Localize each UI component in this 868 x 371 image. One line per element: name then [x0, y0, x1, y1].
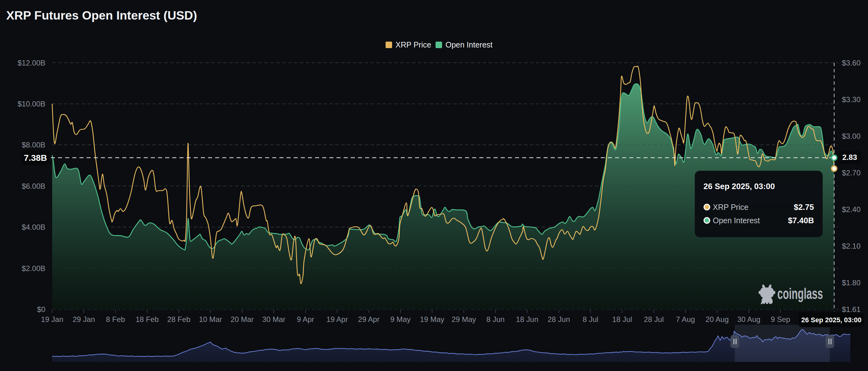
svg-text:Open Interest: Open Interest — [445, 40, 493, 49]
svg-text:20 Aug: 20 Aug — [706, 315, 729, 323]
svg-text:8 Feb: 8 Feb — [106, 315, 125, 323]
svg-text:$0: $0 — [37, 305, 45, 314]
svg-text:26 Sep 2025, 03:00: 26 Sep 2025, 03:00 — [704, 182, 775, 191]
svg-text:28 Jun: 28 Jun — [548, 315, 570, 323]
svg-text:8 Jul: 8 Jul — [583, 315, 598, 323]
svg-text:$8.00B: $8.00B — [22, 141, 45, 149]
svg-text:9 Sep: 9 Sep — [771, 315, 790, 323]
svg-text:XRP Price: XRP Price — [396, 40, 431, 49]
svg-text:7.38B: 7.38B — [24, 153, 47, 163]
svg-text:$4.00B: $4.00B — [22, 223, 45, 231]
svg-text:$1.61: $1.61 — [842, 305, 861, 314]
svg-text:$2.10: $2.10 — [842, 242, 861, 250]
svg-text:$2.70: $2.70 — [842, 168, 861, 177]
svg-text:19 Apr: 19 Apr — [326, 315, 348, 323]
svg-text:$7.40B: $7.40B — [788, 216, 814, 225]
svg-text:$3.30: $3.30 — [842, 95, 861, 104]
svg-text:8 Jun: 8 Jun — [487, 315, 505, 323]
svg-text:18 Jun: 18 Jun — [516, 315, 538, 323]
svg-text:9 Apr: 9 Apr — [297, 315, 314, 323]
svg-text:10 Mar: 10 Mar — [199, 315, 222, 323]
svg-text:28 Jul: 28 Jul — [644, 315, 664, 323]
svg-text:$2.00B: $2.00B — [22, 264, 45, 273]
svg-text:26 Sep 2025, 03:00: 26 Sep 2025, 03:00 — [801, 316, 862, 324]
svg-text:Open Interest: Open Interest — [713, 216, 760, 225]
svg-text:$10.00B: $10.00B — [18, 100, 45, 108]
svg-text:20 Mar: 20 Mar — [231, 315, 254, 323]
svg-text:$6.00B: $6.00B — [22, 182, 45, 190]
svg-text:$3.60: $3.60 — [842, 59, 861, 67]
svg-text:18 Feb: 18 Feb — [136, 315, 159, 323]
svg-text:$3.00: $3.00 — [842, 132, 861, 140]
svg-text:$1.80: $1.80 — [842, 278, 861, 287]
svg-text:30 Mar: 30 Mar — [262, 315, 286, 323]
svg-text:29 Jan: 29 Jan — [73, 315, 95, 323]
svg-text:29 May: 29 May — [452, 315, 476, 323]
svg-text:$2.75: $2.75 — [794, 203, 814, 212]
svg-text:28 Feb: 28 Feb — [167, 315, 191, 323]
svg-text:$2.40: $2.40 — [842, 205, 861, 214]
svg-text:XRP Futures Open Interest (USD: XRP Futures Open Interest (USD) — [6, 9, 197, 22]
svg-text:coinglass: coinglass — [777, 285, 823, 302]
svg-text:18 Jul: 18 Jul — [612, 315, 632, 323]
svg-text:19 Jan: 19 Jan — [41, 315, 63, 323]
svg-text:2.83: 2.83 — [842, 153, 857, 161]
svg-text:9 May: 9 May — [390, 315, 410, 323]
svg-text:30 Aug: 30 Aug — [737, 315, 761, 323]
svg-text:$12.00B: $12.00B — [18, 59, 45, 67]
svg-text:29 Apr: 29 Apr — [358, 315, 379, 323]
svg-text:19 May: 19 May — [420, 315, 444, 323]
svg-text:XRP Price: XRP Price — [713, 203, 748, 211]
svg-text:7 Aug: 7 Aug — [676, 315, 695, 323]
